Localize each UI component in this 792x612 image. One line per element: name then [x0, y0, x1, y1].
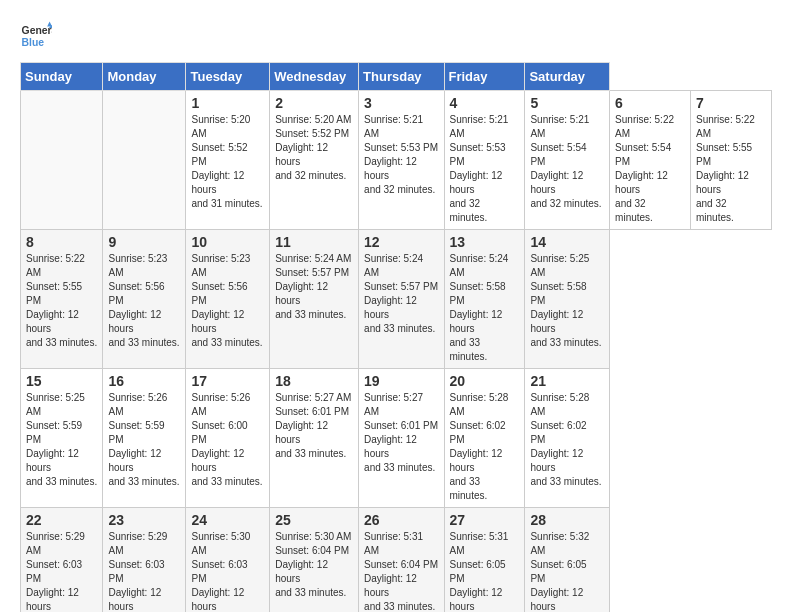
day-info: Sunrise: 5:24 AMSunset: 5:58 PMDaylight:… — [450, 252, 520, 364]
logo: General Blue — [20, 20, 52, 52]
day-number: 8 — [26, 234, 97, 250]
day-info: Sunrise: 5:22 AMSunset: 5:55 PMDaylight:… — [696, 113, 766, 225]
day-info: Sunrise: 5:28 AMSunset: 6:02 PMDaylight:… — [450, 391, 520, 503]
day-info: Sunrise: 5:27 AMSunset: 6:01 PMDaylight:… — [364, 391, 438, 475]
day-info: Sunrise: 5:31 AMSunset: 6:04 PMDaylight:… — [364, 530, 438, 612]
day-info: Sunrise: 5:24 AMSunset: 5:57 PMDaylight:… — [364, 252, 438, 336]
week-row-3: 15Sunrise: 5:25 AMSunset: 5:59 PMDayligh… — [21, 369, 772, 508]
day-number: 15 — [26, 373, 97, 389]
week-row-1: 1Sunrise: 5:20 AMSunset: 5:52 PMDaylight… — [21, 91, 772, 230]
day-info: Sunrise: 5:26 AMSunset: 6:00 PMDaylight:… — [191, 391, 264, 489]
calendar-cell: 10Sunrise: 5:23 AMSunset: 5:56 PMDayligh… — [186, 230, 270, 369]
calendar-cell: 13Sunrise: 5:24 AMSunset: 5:58 PMDayligh… — [444, 230, 525, 369]
calendar-cell: 23Sunrise: 5:29 AMSunset: 6:03 PMDayligh… — [103, 508, 186, 613]
day-info: Sunrise: 5:21 AMSunset: 5:53 PMDaylight:… — [364, 113, 438, 197]
day-info: Sunrise: 5:32 AMSunset: 6:05 PMDaylight:… — [530, 530, 604, 612]
day-number: 22 — [26, 512, 97, 528]
day-number: 27 — [450, 512, 520, 528]
day-number: 24 — [191, 512, 264, 528]
calendar-cell: 26Sunrise: 5:31 AMSunset: 6:04 PMDayligh… — [359, 508, 444, 613]
week-row-4: 22Sunrise: 5:29 AMSunset: 6:03 PMDayligh… — [21, 508, 772, 613]
day-info: Sunrise: 5:20 AMSunset: 5:52 PMDaylight:… — [191, 113, 264, 211]
calendar-cell: 12Sunrise: 5:24 AMSunset: 5:57 PMDayligh… — [359, 230, 444, 369]
day-number: 10 — [191, 234, 264, 250]
day-info: Sunrise: 5:21 AMSunset: 5:54 PMDaylight:… — [530, 113, 604, 211]
day-number: 9 — [108, 234, 180, 250]
day-number: 23 — [108, 512, 180, 528]
calendar-cell: 9Sunrise: 5:23 AMSunset: 5:56 PMDaylight… — [103, 230, 186, 369]
day-number: 25 — [275, 512, 353, 528]
col-header-wednesday: Wednesday — [270, 63, 359, 91]
calendar-cell: 22Sunrise: 5:29 AMSunset: 6:03 PMDayligh… — [21, 508, 103, 613]
calendar-cell: 11Sunrise: 5:24 AMSunset: 5:57 PMDayligh… — [270, 230, 359, 369]
day-info: Sunrise: 5:31 AMSunset: 6:05 PMDaylight:… — [450, 530, 520, 612]
day-number: 21 — [530, 373, 604, 389]
page-header: General Blue — [20, 20, 772, 52]
day-number: 3 — [364, 95, 438, 111]
day-info: Sunrise: 5:23 AMSunset: 5:56 PMDaylight:… — [108, 252, 180, 350]
col-header-friday: Friday — [444, 63, 525, 91]
calendar-cell: 7Sunrise: 5:22 AMSunset: 5:55 PMDaylight… — [691, 91, 772, 230]
day-number: 6 — [615, 95, 685, 111]
day-number: 28 — [530, 512, 604, 528]
day-number: 7 — [696, 95, 766, 111]
day-number: 16 — [108, 373, 180, 389]
day-info: Sunrise: 5:27 AMSunset: 6:01 PMDaylight:… — [275, 391, 353, 461]
calendar-cell: 27Sunrise: 5:31 AMSunset: 6:05 PMDayligh… — [444, 508, 525, 613]
svg-text:General: General — [22, 25, 52, 36]
calendar-cell: 4Sunrise: 5:21 AMSunset: 5:53 PMDaylight… — [444, 91, 525, 230]
day-info: Sunrise: 5:22 AMSunset: 5:54 PMDaylight:… — [615, 113, 685, 225]
day-number: 1 — [191, 95, 264, 111]
calendar-cell: 21Sunrise: 5:28 AMSunset: 6:02 PMDayligh… — [525, 369, 610, 508]
day-number: 19 — [364, 373, 438, 389]
calendar-cell — [21, 91, 103, 230]
calendar-cell: 24Sunrise: 5:30 AMSunset: 6:03 PMDayligh… — [186, 508, 270, 613]
day-info: Sunrise: 5:29 AMSunset: 6:03 PMDaylight:… — [108, 530, 180, 612]
col-header-thursday: Thursday — [359, 63, 444, 91]
day-info: Sunrise: 5:29 AMSunset: 6:03 PMDaylight:… — [26, 530, 97, 612]
day-info: Sunrise: 5:30 AMSunset: 6:03 PMDaylight:… — [191, 530, 264, 612]
calendar-cell: 18Sunrise: 5:27 AMSunset: 6:01 PMDayligh… — [270, 369, 359, 508]
day-number: 18 — [275, 373, 353, 389]
calendar-cell: 28Sunrise: 5:32 AMSunset: 6:05 PMDayligh… — [525, 508, 610, 613]
col-header-saturday: Saturday — [525, 63, 610, 91]
calendar-cell: 19Sunrise: 5:27 AMSunset: 6:01 PMDayligh… — [359, 369, 444, 508]
calendar-cell: 25Sunrise: 5:30 AMSunset: 6:04 PMDayligh… — [270, 508, 359, 613]
calendar-table: SundayMondayTuesdayWednesdayThursdayFrid… — [20, 62, 772, 612]
calendar-cell: 6Sunrise: 5:22 AMSunset: 5:54 PMDaylight… — [610, 91, 691, 230]
day-info: Sunrise: 5:22 AMSunset: 5:55 PMDaylight:… — [26, 252, 97, 350]
day-info: Sunrise: 5:24 AMSunset: 5:57 PMDaylight:… — [275, 252, 353, 322]
col-header-monday: Monday — [103, 63, 186, 91]
day-number: 14 — [530, 234, 604, 250]
col-header-sunday: Sunday — [21, 63, 103, 91]
calendar-cell: 15Sunrise: 5:25 AMSunset: 5:59 PMDayligh… — [21, 369, 103, 508]
day-info: Sunrise: 5:25 AMSunset: 5:59 PMDaylight:… — [26, 391, 97, 489]
day-number: 11 — [275, 234, 353, 250]
calendar-cell: 2Sunrise: 5:20 AMSunset: 5:52 PMDaylight… — [270, 91, 359, 230]
week-row-2: 8Sunrise: 5:22 AMSunset: 5:55 PMDaylight… — [21, 230, 772, 369]
calendar-cell: 3Sunrise: 5:21 AMSunset: 5:53 PMDaylight… — [359, 91, 444, 230]
day-info: Sunrise: 5:25 AMSunset: 5:58 PMDaylight:… — [530, 252, 604, 350]
calendar-cell: 20Sunrise: 5:28 AMSunset: 6:02 PMDayligh… — [444, 369, 525, 508]
calendar-cell — [103, 91, 186, 230]
day-info: Sunrise: 5:30 AMSunset: 6:04 PMDaylight:… — [275, 530, 353, 600]
day-number: 13 — [450, 234, 520, 250]
col-header-tuesday: Tuesday — [186, 63, 270, 91]
day-number: 12 — [364, 234, 438, 250]
day-number: 5 — [530, 95, 604, 111]
day-info: Sunrise: 5:28 AMSunset: 6:02 PMDaylight:… — [530, 391, 604, 489]
logo-icon: General Blue — [20, 20, 52, 52]
day-info: Sunrise: 5:26 AMSunset: 5:59 PMDaylight:… — [108, 391, 180, 489]
day-info: Sunrise: 5:23 AMSunset: 5:56 PMDaylight:… — [191, 252, 264, 350]
calendar-cell: 8Sunrise: 5:22 AMSunset: 5:55 PMDaylight… — [21, 230, 103, 369]
calendar-cell: 17Sunrise: 5:26 AMSunset: 6:00 PMDayligh… — [186, 369, 270, 508]
day-number: 26 — [364, 512, 438, 528]
calendar-cell: 14Sunrise: 5:25 AMSunset: 5:58 PMDayligh… — [525, 230, 610, 369]
day-number: 4 — [450, 95, 520, 111]
day-info: Sunrise: 5:20 AMSunset: 5:52 PMDaylight:… — [275, 113, 353, 183]
svg-text:Blue: Blue — [22, 37, 45, 48]
day-number: 17 — [191, 373, 264, 389]
day-number: 2 — [275, 95, 353, 111]
day-number: 20 — [450, 373, 520, 389]
calendar-cell: 5Sunrise: 5:21 AMSunset: 5:54 PMDaylight… — [525, 91, 610, 230]
